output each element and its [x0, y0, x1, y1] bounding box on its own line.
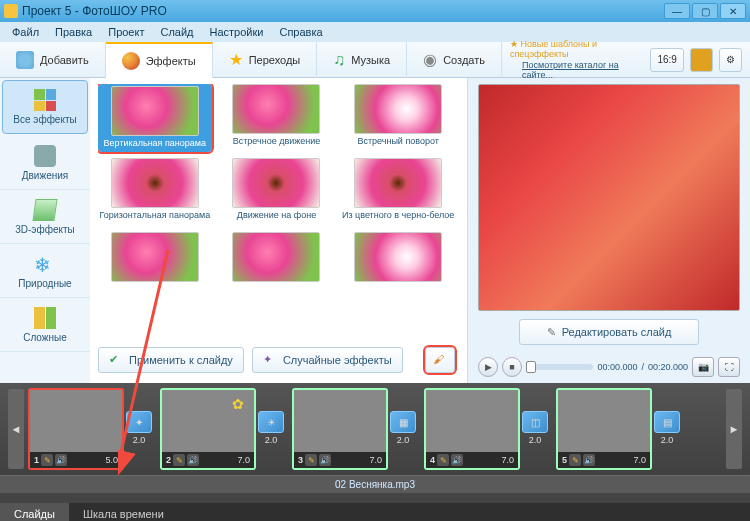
slides-row: ◄ 1 ✎ 🔊 5.0 ✦ 2.0 2✎🔊7.0 — [0, 383, 750, 475]
aspect-button[interactable]: 16:9 — [650, 48, 683, 72]
edit-slide-icon[interactable]: ✎ — [305, 454, 317, 466]
seek-knob[interactable] — [526, 361, 536, 373]
preview-panel: ✎ Редактировать слайд ▶ ■ 00:00.000 / 00… — [468, 78, 750, 383]
layers-icon — [34, 307, 56, 329]
button-label: Редактировать слайд — [562, 326, 672, 338]
effect-label: Встречное движение — [220, 136, 334, 146]
fullscreen-button[interactable]: ⛶ — [718, 357, 740, 377]
category-3d[interactable]: 3D-эффекты — [0, 190, 90, 244]
slide-card[interactable]: 5✎🔊7.0 — [556, 388, 652, 470]
edit-slide-icon[interactable]: ✎ — [437, 454, 449, 466]
button-label: Применить к слайду — [129, 354, 233, 366]
slide-thumb — [426, 390, 518, 452]
category-movements[interactable]: Движения — [0, 136, 90, 190]
tab-add[interactable]: Добавить — [0, 42, 106, 78]
random-effects-button[interactable]: ✦ Случайные эффекты — [252, 347, 403, 373]
category-column: Все эффекты Движения 3D-эффекты ❄ Природ… — [0, 78, 90, 383]
minimize-button[interactable]: — — [664, 3, 690, 19]
edit-slide-icon[interactable]: ✎ — [569, 454, 581, 466]
menu-edit[interactable]: Правка — [49, 24, 98, 40]
seek-track[interactable] — [526, 364, 593, 370]
time-sep: / — [641, 362, 644, 372]
slide-card[interactable]: 3✎🔊7.0 — [292, 388, 388, 470]
tab-transitions[interactable]: ★ Переходы — [213, 42, 318, 78]
slide-block-1[interactable]: 1 ✎ 🔊 5.0 ✦ 2.0 — [28, 388, 156, 470]
slide-block-5[interactable]: 5✎🔊7.0 ▤2.0 — [556, 388, 684, 470]
slide-card[interactable]: 4✎🔊7.0 — [424, 388, 520, 470]
effect-item[interactable] — [341, 232, 455, 300]
audio-track[interactable]: 02 Веснянка.mp3 — [0, 475, 750, 493]
sound-slide-icon[interactable]: 🔊 — [319, 454, 331, 466]
timeline-next[interactable]: ► — [726, 389, 742, 469]
effect-color-to-bw[interactable]: Из цветного в черно-белое — [341, 158, 455, 226]
menu-help[interactable]: Справка — [273, 24, 328, 40]
slide-block-3[interactable]: 3✎🔊7.0 ▦2.0 — [292, 388, 420, 470]
timeline: ◄ 1 ✎ 🔊 5.0 ✦ 2.0 2✎🔊7.0 — [0, 383, 750, 503]
apply-to-slide-button[interactable]: ✔ Применить к слайду — [98, 347, 244, 373]
effect-thumb — [232, 232, 320, 282]
tab-music[interactable]: ♫ Музыка — [317, 42, 407, 78]
snapshot-button[interactable]: 📷 — [692, 357, 714, 377]
timeline-scrollbar[interactable] — [0, 493, 750, 503]
sound-slide-icon[interactable]: 🔊 — [583, 454, 595, 466]
transition-duration: 2.0 — [133, 435, 146, 445]
tab-create[interactable]: ◉ Создать — [407, 42, 502, 78]
transition-icon: ◫ — [522, 411, 548, 433]
transition-5[interactable]: ▤2.0 — [652, 411, 682, 447]
effect-thumb — [354, 158, 442, 208]
effect-counter-rotation[interactable]: Встречный поворот — [341, 84, 455, 152]
category-label: Движения — [22, 170, 68, 181]
menu-file[interactable]: Файл — [6, 24, 45, 40]
clear-effect-button[interactable]: 🖌 — [425, 347, 455, 373]
tab-label: Эффекты — [146, 55, 196, 67]
slide-duration: 7.0 — [237, 455, 250, 465]
slide-card[interactable]: 1 ✎ 🔊 5.0 — [28, 388, 124, 470]
theme-button[interactable] — [690, 48, 713, 72]
stop-button[interactable]: ■ — [502, 357, 522, 377]
slide-block-4[interactable]: 4✎🔊7.0 ◫2.0 — [424, 388, 552, 470]
effect-thumb — [232, 84, 320, 134]
window-title: Проект 5 - ФотоШОУ PRO — [22, 4, 662, 18]
effect-thumb — [232, 158, 320, 208]
sound-slide-icon[interactable]: 🔊 — [451, 454, 463, 466]
category-nature[interactable]: ❄ Природные — [0, 244, 90, 298]
category-complex[interactable]: Сложные — [0, 298, 90, 352]
effect-motion-background[interactable]: Движение на фоне — [220, 158, 334, 226]
category-all[interactable]: Все эффекты — [2, 80, 88, 134]
transition-3[interactable]: ▦2.0 — [388, 411, 418, 447]
sound-slide-icon[interactable]: 🔊 — [187, 454, 199, 466]
menu-project[interactable]: Проект — [102, 24, 150, 40]
edit-slide-icon[interactable]: ✎ — [41, 454, 53, 466]
promo-link[interactable]: Посмотрите каталог на сайте... — [522, 60, 644, 80]
tab-label: Переходы — [249, 54, 301, 66]
effect-vertical-panorama[interactable]: Вертикальная панорама — [98, 84, 212, 152]
slide-duration: 7.0 — [369, 455, 382, 465]
bottom-tab-timescale[interactable]: Шкала времени — [69, 503, 178, 521]
transition-1[interactable]: ✦ 2.0 — [124, 411, 154, 447]
sound-slide-icon[interactable]: 🔊 — [55, 454, 67, 466]
settings-button[interactable]: ⚙ — [719, 48, 742, 72]
play-button[interactable]: ▶ — [478, 357, 498, 377]
effect-thumb — [354, 232, 442, 282]
edit-slide-button[interactable]: ✎ Редактировать слайд — [519, 319, 699, 345]
slide-duration: 5.0 — [105, 455, 118, 465]
close-button[interactable]: ✕ — [720, 3, 746, 19]
menu-slide[interactable]: Слайд — [154, 24, 199, 40]
playbar: ▶ ■ 00:00.000 / 00:20.000 📷 ⛶ — [478, 353, 740, 377]
effect-item[interactable] — [98, 232, 212, 300]
menu-settings[interactable]: Настройки — [204, 24, 270, 40]
timeline-prev[interactable]: ◄ — [8, 389, 24, 469]
effect-counter-motion[interactable]: Встречное движение — [220, 84, 334, 152]
slide-card[interactable]: 2✎🔊7.0 — [160, 388, 256, 470]
transition-4[interactable]: ◫2.0 — [520, 411, 550, 447]
time-current: 00:00.000 — [597, 362, 637, 372]
transition-2[interactable]: ☀2.0 — [256, 411, 286, 447]
bottom-tab-slides[interactable]: Слайды — [0, 503, 69, 521]
tab-effects[interactable]: Эффекты — [106, 42, 213, 78]
edit-slide-icon[interactable]: ✎ — [173, 454, 185, 466]
effect-horizontal-panorama[interactable]: Горизонтальная панорама — [98, 158, 212, 226]
time-total: 00:20.000 — [648, 362, 688, 372]
slide-block-2[interactable]: 2✎🔊7.0 ☀2.0 — [160, 388, 288, 470]
effect-item[interactable] — [220, 232, 334, 300]
maximize-button[interactable]: ▢ — [692, 3, 718, 19]
